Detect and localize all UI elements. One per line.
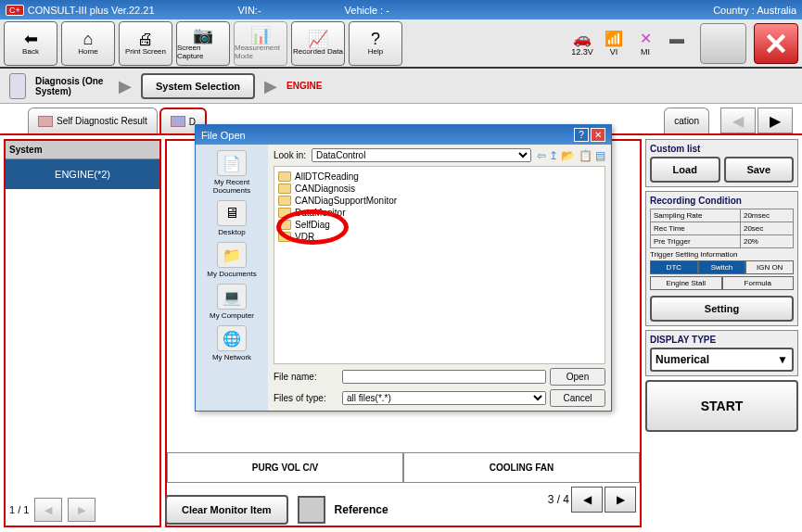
recorded-data-button[interactable]: 📈Recorded Data (291, 21, 345, 66)
dialog-close-button[interactable]: ✕ (591, 128, 605, 142)
bottom-bar: Clear Monitor Item Reference (165, 491, 642, 528)
look-in-select[interactable]: DataControl (312, 148, 531, 162)
folder-icon: 📁 (217, 242, 247, 268)
open-button[interactable]: Open (550, 368, 605, 386)
network-icon: 🌐 (217, 325, 247, 351)
chevron-right-icon: ▶ (264, 76, 277, 96)
place-mycomputer[interactable]: 💻My Computer (210, 284, 254, 320)
camera-icon: 📷 (193, 27, 213, 44)
tab-cation[interactable]: cation (664, 108, 709, 133)
chevron-down-icon: ▼ (777, 353, 788, 366)
start-button[interactable]: START (645, 380, 798, 432)
battery-indicator: ▬ (663, 31, 691, 57)
nav-tool-icons[interactable]: ⇦ ↥ 📂 📋 ▤ (537, 149, 605, 162)
place-desktop[interactable]: 🖥Desktop (217, 200, 247, 236)
country-label: Country : Australia (713, 5, 796, 16)
load-button[interactable]: Load (650, 157, 720, 183)
computer-icon: 💻 (217, 284, 247, 310)
list-item[interactable]: CANDiagnosis (278, 183, 601, 195)
back-button[interactable]: ⬅Back (4, 21, 57, 66)
desktop-icon: 🖥 (217, 200, 247, 226)
system-engine-row[interactable]: ENGINE(*2) (6, 159, 159, 189)
list-item[interactable]: CANDiagSupportMonitor (278, 195, 601, 207)
recorded-icon: 📈 (308, 31, 328, 47)
file-type-label: Files of type: (274, 393, 338, 403)
clear-monitor-button[interactable]: Clear Monitor Item (165, 495, 288, 525)
recording-condition-table: Sampling Rate20msec Rec Time20sec Pre Tr… (650, 209, 794, 248)
device-icon (9, 73, 26, 99)
chip-dtc[interactable]: DTC (650, 260, 698, 274)
recording-condition-box: Recording Condition Sampling Rate20msec … (645, 191, 798, 326)
file-dialog-title: File Open (201, 130, 246, 141)
printer-icon: 🖨 (137, 31, 154, 47)
place-network[interactable]: 🌐My Network (212, 325, 251, 361)
places-bar: 📄My Recent Documents 🖥Desktop 📁My Docume… (196, 145, 268, 411)
list-item[interactable]: AllDTCReading (278, 171, 601, 183)
system-selection-capsule[interactable]: System Selection (141, 73, 255, 99)
close-app-button[interactable] (754, 23, 798, 64)
save-button[interactable]: Save (724, 157, 795, 183)
home-button[interactable]: ⌂Home (61, 21, 115, 66)
system-next[interactable]: ▶ (68, 498, 95, 522)
recent-icon: 📄 (217, 150, 247, 176)
dialog-help-button[interactable]: ? (574, 128, 589, 142)
minimize-button[interactable] (700, 23, 746, 64)
file-list[interactable]: AllDTCReading CANDiagnosis CANDiagSuppor… (274, 166, 605, 364)
close-icon (764, 32, 788, 56)
monitor-item-purg[interactable]: PURG VOL C/V (167, 452, 403, 483)
setting-button[interactable]: Setting (650, 296, 794, 322)
voltage-indicator: 🚗12.3V (568, 30, 596, 57)
file-name-input[interactable] (342, 370, 546, 384)
display-type-title: DISPLAY TYPE (650, 335, 794, 345)
tab-next[interactable]: ▶ (757, 108, 793, 133)
system-prev[interactable]: ◀ (34, 498, 62, 522)
place-mydocs[interactable]: 📁My Documents (207, 242, 256, 278)
chip-formula[interactable]: Formula (722, 276, 795, 290)
place-recent[interactable]: 📄My Recent Documents (196, 150, 268, 195)
system-panel: System ENGINE(*2) 1 / 1 ◀ ▶ (4, 139, 161, 527)
screen-capture-button[interactable]: 📷Screen Capture (176, 21, 230, 66)
gauge-icon: 📊 (250, 27, 271, 44)
list-item[interactable]: VDR (278, 231, 601, 243)
system-pager: 1 / 1 ◀ ▶ (6, 494, 159, 526)
reference-checkbox[interactable] (298, 496, 325, 524)
tab-icon (38, 116, 53, 127)
tab-prev[interactable]: ◀ (720, 108, 756, 133)
measurement-button[interactable]: 📊Measurement Mode (234, 21, 287, 66)
breadcrumb: Diagnosis (One System) ▶ System Selectio… (0, 69, 802, 104)
vi-indicator: 📶VI (600, 30, 628, 57)
monitor-item-cooling[interactable]: COOLING FAN (403, 452, 640, 483)
file-type-select[interactable]: all files(*.*) (342, 391, 546, 405)
right-panel: Custom list Load Save Recording Conditio… (645, 139, 798, 527)
help-icon: ? (371, 31, 380, 47)
app-title: C+ CONSULT-III plus Ver.22.21 (6, 5, 155, 16)
battery-icon: ▬ (669, 31, 684, 47)
chip-switch[interactable]: Switch (698, 260, 746, 274)
x-icon: ✕ (640, 30, 652, 47)
print-button[interactable]: 🖨Print Screen (119, 21, 172, 66)
chip-engine-stall[interactable]: Engine Stall (650, 276, 722, 290)
trigger-info-label: Trigger Setting Information (650, 250, 794, 259)
main-toolbar: ⬅Back ⌂Home 🖨Print Screen 📷Screen Captur… (0, 19, 802, 69)
display-type-select[interactable]: Numerical ▼ (650, 348, 794, 372)
folder-icon (278, 208, 291, 218)
list-item[interactable]: DataMonitor (278, 207, 601, 219)
look-in-label: Look in: (274, 150, 306, 160)
folder-icon (278, 232, 291, 242)
file-dialog-titlebar[interactable]: File Open ? ✕ (196, 125, 611, 145)
custom-list-box: Custom list Load Save (645, 139, 798, 187)
folder-icon (278, 171, 291, 182)
vehicle-label: Vehicle : - (345, 5, 389, 16)
folder-icon (278, 220, 291, 230)
folder-icon (278, 196, 291, 206)
help-button[interactable]: ?Help (349, 21, 402, 66)
breadcrumb-diagnosis: Diagnosis (One System) (35, 76, 109, 96)
chip-ign[interactable]: IGN ON (745, 260, 794, 274)
list-item[interactable]: SelfDiag (278, 219, 601, 231)
chevron-right-icon: ▶ (119, 76, 132, 96)
recording-condition-title: Recording Condition (650, 196, 794, 206)
file-open-dialog: File Open ? ✕ 📄My Recent Documents 🖥Desk… (195, 124, 612, 412)
tab-self-diagnostic[interactable]: Self Diagnostic Result (28, 108, 158, 133)
reference-label: Reference (335, 503, 388, 516)
cancel-button[interactable]: Cancel (550, 389, 605, 407)
